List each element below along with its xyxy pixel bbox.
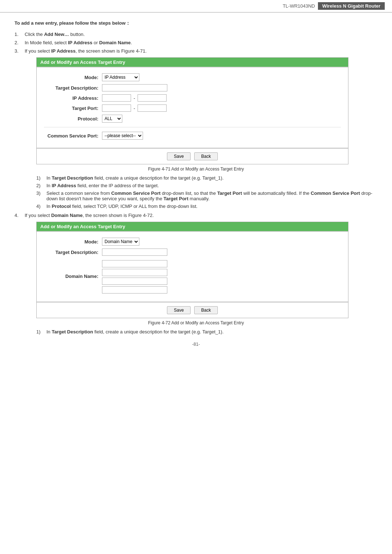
sub-step-71-3: 3) Select a common service from Common S… bbox=[36, 190, 377, 201]
sub-steps-71-list: 1) In Target Description field, create a… bbox=[36, 175, 377, 209]
sub-step-72-1: 1) In Target Description field, create a… bbox=[36, 329, 377, 335]
mode-select-71[interactable]: IP Address Domain Name bbox=[102, 73, 139, 81]
sub-text-71-3: Select a common service from Common Serv… bbox=[46, 190, 377, 201]
save-button-71[interactable]: Save bbox=[167, 152, 191, 160]
main-step-1: 1. Click the Add New… button. bbox=[15, 32, 377, 37]
target-desc-label-72: Target Description: bbox=[44, 250, 102, 255]
target-desc-row-72: Target Description: bbox=[44, 249, 341, 256]
target-desc-row-71: Target Description: bbox=[44, 84, 341, 91]
sub-num-71-4: 4) bbox=[36, 204, 46, 209]
sub-num-71-3: 3) bbox=[36, 190, 46, 196]
figure-71-header: Add or Modify an Access Target Entry bbox=[37, 58, 348, 67]
target-port-input1-71[interactable] bbox=[102, 104, 131, 112]
domain-name-row-72: Domain Name: bbox=[44, 259, 341, 294]
main-step4-list: 4. If you select Domain Name, the screen… bbox=[15, 213, 377, 218]
target-port-row-71: Target Port: - bbox=[44, 104, 341, 112]
product-name: Wireless N Gigabit Router bbox=[318, 2, 385, 10]
main-step-2: 2. In Mode field, select IP Address or D… bbox=[15, 40, 377, 45]
common-service-label-71: Common Service Port: bbox=[44, 133, 102, 139]
mode-label-71: Mode: bbox=[44, 75, 102, 80]
target-desc-control-71 bbox=[102, 84, 167, 91]
target-port-input2-71[interactable] bbox=[138, 104, 167, 112]
figure-72-body: Mode: Domain Name IP Address Target Desc… bbox=[37, 231, 348, 302]
page-header: TL-WR1043ND Wireless N Gigabit Router bbox=[0, 0, 392, 13]
sub-text-71-2: In IP Address field, enter the IP addres… bbox=[46, 183, 377, 188]
mode-label-72: Mode: bbox=[44, 239, 102, 245]
main-step-3: 3. If you select IP Address, the screen … bbox=[15, 48, 377, 54]
ip-address-label-71: IP Address: bbox=[44, 95, 102, 101]
target-desc-label-71: Target Description: bbox=[44, 85, 102, 91]
protocol-row-71: Protocol: ALL TCP UDP ICMP bbox=[44, 115, 341, 123]
intro-title: To add a new entry, please follow the st… bbox=[15, 20, 377, 26]
protocol-select-71[interactable]: ALL TCP UDP ICMP bbox=[102, 115, 122, 123]
step-num-2: 2. bbox=[15, 40, 25, 45]
figure-72-box: Add or Modify an Access Target Entry Mod… bbox=[36, 222, 348, 318]
ip-address-input2-71[interactable] bbox=[138, 94, 167, 102]
step-num-4: 4. bbox=[15, 213, 25, 218]
sub-num-72-1: 1) bbox=[36, 329, 46, 335]
ip-address-control-71: - bbox=[102, 94, 167, 102]
save-button-72[interactable]: Save bbox=[167, 306, 191, 314]
figure-71-caption: Figure 4-71 Add or Modify an Access Targ… bbox=[15, 167, 377, 172]
step-text-4: If you select Domain Name, the screen sh… bbox=[25, 213, 377, 218]
sub-step-71-2: 2) In IP Address field, enter the IP add… bbox=[36, 183, 377, 188]
mode-row-71: Mode: IP Address Domain Name bbox=[44, 73, 341, 81]
back-button-72[interactable]: Back bbox=[194, 306, 218, 314]
sub-text-71-1: In Target Description field, create a un… bbox=[46, 175, 377, 181]
domain-input-3-72[interactable] bbox=[102, 278, 167, 285]
domain-input-1-72[interactable] bbox=[102, 260, 167, 267]
target-port-label-71: Target Port: bbox=[44, 106, 102, 111]
step-num-3: 3. bbox=[15, 48, 25, 54]
step-text-3: If you select IP Address, the screen sho… bbox=[25, 48, 377, 54]
mode-control-72: Domain Name IP Address bbox=[102, 238, 139, 246]
target-desc-input-71[interactable] bbox=[102, 84, 167, 91]
figure-72-header: Add or Modify an Access Target Entry bbox=[37, 222, 348, 231]
sub-step-71-1: 1) In Target Description field, create a… bbox=[36, 175, 377, 181]
protocol-control-71: ALL TCP UDP ICMP bbox=[102, 115, 122, 123]
target-desc-input-72[interactable] bbox=[102, 249, 167, 256]
ip-address-input1-71[interactable] bbox=[102, 94, 131, 102]
domain-input-4-72[interactable] bbox=[102, 286, 167, 294]
figure-72-caption: Figure 4-72 Add or Modify an Access Targ… bbox=[15, 320, 377, 325]
domain-name-label-72: Domain Name: bbox=[44, 274, 102, 279]
mode-select-72[interactable]: Domain Name IP Address bbox=[102, 238, 139, 246]
main-content: To add a new entry, please follow the st… bbox=[0, 13, 392, 361]
ip-dash-71: - bbox=[134, 95, 135, 101]
main-step-4: 4. If you select Domain Name, the screen… bbox=[15, 213, 377, 218]
ip-address-row-71: IP Address: - bbox=[44, 94, 341, 102]
main-steps-list: 1. Click the Add New… button. 2. In Mode… bbox=[15, 32, 377, 54]
step-text-2: In Mode field, select IP Address or Doma… bbox=[25, 40, 377, 45]
sub-text-72-1: In Target Description field, create a un… bbox=[46, 329, 377, 335]
common-service-row-71: Common Service Port: --please select-- bbox=[44, 132, 341, 140]
separator-71 bbox=[44, 127, 341, 127]
sub-steps-72-list: 1) In Target Description field, create a… bbox=[36, 329, 377, 335]
figure-72-footer: Save Back bbox=[37, 302, 348, 318]
common-service-control-71: --please select-- bbox=[102, 132, 143, 140]
figure-71-footer: Save Back bbox=[37, 148, 348, 164]
page-number: -81- bbox=[15, 342, 377, 354]
target-port-control-71: - bbox=[102, 104, 167, 112]
target-desc-control-72 bbox=[102, 249, 167, 256]
step-text-1: Click the Add New… button. bbox=[25, 32, 377, 37]
mode-control-71: IP Address Domain Name bbox=[102, 73, 139, 81]
mode-row-72: Mode: Domain Name IP Address bbox=[44, 238, 341, 246]
model-name: TL-WR1043ND bbox=[283, 3, 315, 9]
figure-71-body: Mode: IP Address Domain Name Target Desc… bbox=[37, 67, 348, 148]
sub-num-71-1: 1) bbox=[36, 175, 46, 181]
protocol-label-71: Protocol: bbox=[44, 116, 102, 122]
common-service-select-71[interactable]: --please select-- bbox=[102, 132, 143, 140]
port-dash-71: - bbox=[134, 106, 135, 111]
sub-step-71-4: 4) In Protocol field, select TCP, UDP, I… bbox=[36, 204, 377, 209]
step-num-1: 1. bbox=[15, 32, 25, 37]
figure-71-box: Add or Modify an Access Target Entry Mod… bbox=[36, 57, 348, 164]
domain-input-2-72[interactable] bbox=[102, 269, 167, 276]
domain-name-control-72 bbox=[102, 260, 167, 294]
back-button-71[interactable]: Back bbox=[194, 152, 218, 160]
sub-num-71-2: 2) bbox=[36, 183, 46, 188]
sub-text-71-4: In Protocol field, select TCP, UDP, ICMP… bbox=[46, 204, 377, 209]
